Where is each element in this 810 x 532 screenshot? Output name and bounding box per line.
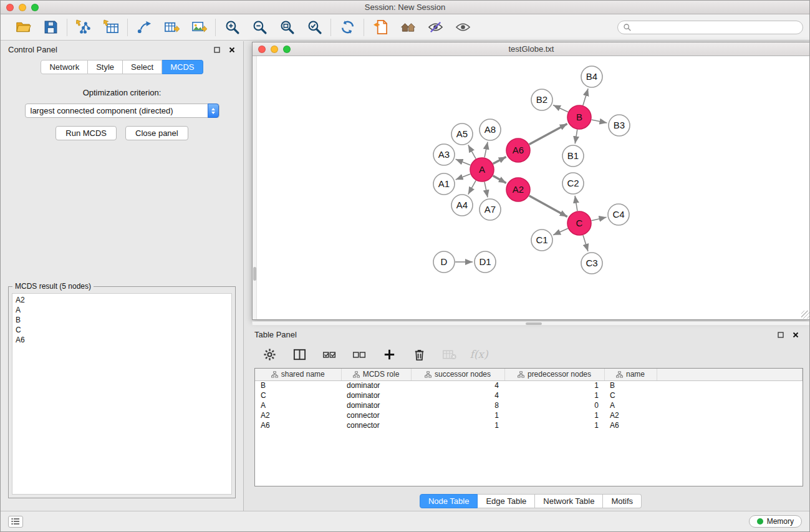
close-panel-button[interactable]: Close panel [125, 126, 188, 140]
export-image-icon[interactable] [190, 19, 208, 36]
settings-gear-icon[interactable] [261, 346, 278, 363]
first-neighbors-icon[interactable] [399, 19, 417, 36]
node-B2[interactable]: B2 [531, 89, 552, 110]
task-history-button[interactable] [8, 516, 23, 528]
zoom-selected-icon[interactable] [306, 19, 323, 36]
memory-button[interactable]: Memory [749, 515, 802, 528]
network-file-icon[interactable] [372, 19, 389, 36]
edge-B-B2[interactable] [553, 105, 568, 112]
close-panel-icon[interactable] [228, 46, 236, 54]
edge-A-A7[interactable] [485, 182, 488, 198]
export-table-icon[interactable] [163, 19, 180, 36]
export-network-icon[interactable] [135, 19, 153, 36]
run-mcds-button[interactable]: Run MCDS [55, 126, 117, 140]
node-B1[interactable]: B1 [562, 145, 584, 167]
node-A3[interactable]: A3 [433, 144, 455, 165]
vertical-scrollbar[interactable] [253, 56, 257, 319]
table-row[interactable]: A2connector11A2 [255, 410, 803, 420]
edge-B-B3[interactable] [592, 120, 607, 123]
mcds-result-item[interactable]: A [16, 305, 228, 315]
edge-B-B1[interactable] [575, 130, 577, 144]
node-A6[interactable]: A6 [506, 138, 530, 162]
search-field[interactable] [617, 21, 803, 34]
table-row[interactable]: Cdominator41C [255, 390, 803, 400]
tab-mcds[interactable]: MCDS [162, 60, 203, 74]
table-row[interactable]: Adominator80A [255, 400, 803, 410]
horizontal-scrollbar[interactable] [252, 321, 810, 326]
edge-A-A3[interactable] [456, 159, 471, 165]
close-window-button[interactable] [6, 4, 14, 11]
mcds-result-item[interactable]: B [16, 315, 228, 325]
table-row[interactable]: A6connector11A6 [255, 420, 803, 430]
edge-A-A8[interactable] [485, 142, 488, 158]
zoom-window-button[interactable] [31, 4, 39, 11]
tab-network-table[interactable]: Network Table [535, 494, 603, 508]
tab-motifs[interactable]: Motifs [603, 494, 642, 508]
save-session-icon[interactable] [42, 19, 59, 36]
tab-select[interactable]: Select [123, 60, 162, 74]
tab-node-table[interactable]: Node Table [420, 494, 478, 508]
horizontal-scrollbar-thumb[interactable] [526, 322, 542, 325]
tab-style[interactable]: Style [88, 60, 123, 74]
criterion-dropdown[interactable]: largest connected component (directed) [25, 104, 219, 118]
edge-A-A4[interactable] [468, 180, 476, 194]
node-A5[interactable]: A5 [451, 123, 473, 145]
select-all-icon[interactable] [321, 346, 338, 363]
node-C4[interactable]: C4 [608, 204, 629, 225]
edge-C-C2[interactable] [575, 196, 577, 211]
deselect-all-icon[interactable] [350, 346, 368, 363]
mcds-result-item[interactable]: A2 [16, 295, 228, 305]
node-A2[interactable]: A2 [506, 178, 530, 201]
close-network-window-button[interactable] [258, 46, 266, 53]
mcds-result-list[interactable]: A2ABCA6 [12, 293, 232, 495]
network-canvas[interactable]: B4B2BB3A5A8A6B1A3AC2A1A2A4A7C4CC1C3DD1 [253, 56, 810, 319]
column-header-name[interactable]: name [604, 369, 657, 380]
node-B[interactable]: B [567, 105, 591, 129]
column-header-predecessor-nodes[interactable]: predecessor nodes [504, 369, 604, 380]
mcds-result-item[interactable]: A6 [16, 335, 228, 345]
close-table-panel-icon[interactable] [792, 331, 799, 339]
node-C[interactable]: C [567, 211, 591, 235]
network-graph[interactable]: B4B2BB3A5A8A6B1A3AC2A1A2A4A7C4CC1C3DD1 [253, 56, 810, 319]
import-table-icon[interactable] [102, 19, 120, 36]
edge-A2-C[interactable] [529, 196, 567, 217]
node-B4[interactable]: B4 [581, 66, 602, 87]
node-A7[interactable]: A7 [480, 199, 501, 220]
node-C1[interactable]: C1 [531, 230, 552, 251]
edge-A-A5[interactable] [468, 145, 476, 158]
node-C3[interactable]: C3 [581, 253, 602, 274]
mcds-result-item[interactable]: C [16, 325, 228, 335]
zoom-in-icon[interactable] [223, 19, 241, 36]
hide-details-icon[interactable] [427, 19, 444, 36]
column-header-MCDS-role[interactable]: MCDS role [341, 369, 411, 380]
node-A1[interactable]: A1 [433, 173, 455, 195]
node-C2[interactable]: C2 [562, 173, 584, 194]
vertical-scrollbar-thumb[interactable] [253, 267, 256, 281]
column-header-successor-nodes[interactable]: successor nodes [411, 369, 504, 380]
node-B3[interactable]: B3 [609, 115, 630, 136]
edge-A-A2[interactable] [493, 176, 506, 183]
edge-A6-B[interactable] [529, 124, 567, 145]
apply-layout-icon[interactable] [339, 19, 356, 36]
delete-row-icon[interactable] [410, 346, 428, 363]
minimize-window-button[interactable] [19, 4, 26, 11]
column-chooser-icon[interactable] [291, 346, 308, 363]
table-row[interactable]: Bdominator41B [255, 380, 803, 390]
search-input[interactable] [635, 22, 798, 32]
edge-A-A6[interactable] [493, 157, 506, 163]
float-table-panel-icon[interactable] [777, 331, 784, 339]
resize-grip[interactable] [801, 311, 809, 319]
edge-B-B4[interactable] [583, 89, 588, 105]
column-header-shared-name[interactable]: shared name [255, 369, 341, 380]
zoom-network-window-button[interactable] [283, 46, 291, 53]
show-details-icon[interactable] [454, 19, 471, 36]
node-A8[interactable]: A8 [480, 119, 501, 140]
edge-C-C3[interactable] [583, 235, 588, 251]
edge-C-C1[interactable] [553, 228, 568, 235]
import-network-icon[interactable] [75, 19, 92, 36]
float-panel-icon[interactable] [213, 46, 221, 54]
edge-A-A1[interactable] [456, 174, 471, 180]
node-D[interactable]: D [433, 251, 455, 273]
tab-edge-table[interactable]: Edge Table [478, 494, 535, 508]
node-A[interactable]: A [470, 158, 494, 181]
